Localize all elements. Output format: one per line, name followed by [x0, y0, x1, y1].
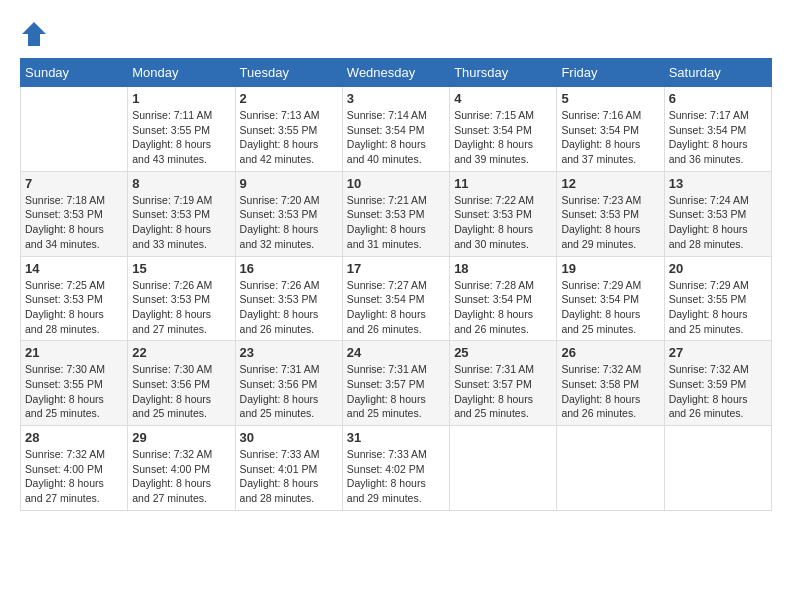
- calendar-cell: 15Sunrise: 7:26 AMSunset: 3:53 PMDayligh…: [128, 256, 235, 341]
- day-number: 29: [132, 430, 230, 445]
- calendar-cell: 31Sunrise: 7:33 AMSunset: 4:02 PMDayligh…: [342, 426, 449, 511]
- day-number: 24: [347, 345, 445, 360]
- day-info: Sunrise: 7:14 AMSunset: 3:54 PMDaylight:…: [347, 108, 445, 167]
- day-number: 8: [132, 176, 230, 191]
- calendar-cell: 30Sunrise: 7:33 AMSunset: 4:01 PMDayligh…: [235, 426, 342, 511]
- calendar-cell: 23Sunrise: 7:31 AMSunset: 3:56 PMDayligh…: [235, 341, 342, 426]
- day-number: 16: [240, 261, 338, 276]
- day-number: 18: [454, 261, 552, 276]
- calendar-cell: 12Sunrise: 7:23 AMSunset: 3:53 PMDayligh…: [557, 171, 664, 256]
- calendar-cell: 16Sunrise: 7:26 AMSunset: 3:53 PMDayligh…: [235, 256, 342, 341]
- day-info: Sunrise: 7:15 AMSunset: 3:54 PMDaylight:…: [454, 108, 552, 167]
- day-info: Sunrise: 7:26 AMSunset: 3:53 PMDaylight:…: [240, 278, 338, 337]
- day-info: Sunrise: 7:32 AMSunset: 3:58 PMDaylight:…: [561, 362, 659, 421]
- day-info: Sunrise: 7:30 AMSunset: 3:55 PMDaylight:…: [25, 362, 123, 421]
- calendar-cell: 24Sunrise: 7:31 AMSunset: 3:57 PMDayligh…: [342, 341, 449, 426]
- day-number: 4: [454, 91, 552, 106]
- calendar-cell: 27Sunrise: 7:32 AMSunset: 3:59 PMDayligh…: [664, 341, 771, 426]
- day-info: Sunrise: 7:20 AMSunset: 3:53 PMDaylight:…: [240, 193, 338, 252]
- logo-icon: [20, 20, 48, 48]
- day-info: Sunrise: 7:19 AMSunset: 3:53 PMDaylight:…: [132, 193, 230, 252]
- calendar-cell: 21Sunrise: 7:30 AMSunset: 3:55 PMDayligh…: [21, 341, 128, 426]
- day-info: Sunrise: 7:27 AMSunset: 3:54 PMDaylight:…: [347, 278, 445, 337]
- day-number: 7: [25, 176, 123, 191]
- day-of-week-header: Tuesday: [235, 59, 342, 87]
- calendar-cell: 22Sunrise: 7:30 AMSunset: 3:56 PMDayligh…: [128, 341, 235, 426]
- day-info: Sunrise: 7:23 AMSunset: 3:53 PMDaylight:…: [561, 193, 659, 252]
- day-info: Sunrise: 7:17 AMSunset: 3:54 PMDaylight:…: [669, 108, 767, 167]
- day-info: Sunrise: 7:33 AMSunset: 4:02 PMDaylight:…: [347, 447, 445, 506]
- day-info: Sunrise: 7:24 AMSunset: 3:53 PMDaylight:…: [669, 193, 767, 252]
- day-info: Sunrise: 7:32 AMSunset: 4:00 PMDaylight:…: [132, 447, 230, 506]
- calendar-cell: 19Sunrise: 7:29 AMSunset: 3:54 PMDayligh…: [557, 256, 664, 341]
- svg-marker-0: [22, 22, 46, 46]
- day-info: Sunrise: 7:29 AMSunset: 3:55 PMDaylight:…: [669, 278, 767, 337]
- calendar-cell: [664, 426, 771, 511]
- calendar-cell: 6Sunrise: 7:17 AMSunset: 3:54 PMDaylight…: [664, 87, 771, 172]
- day-info: Sunrise: 7:32 AMSunset: 3:59 PMDaylight:…: [669, 362, 767, 421]
- day-info: Sunrise: 7:13 AMSunset: 3:55 PMDaylight:…: [240, 108, 338, 167]
- day-of-week-header: Monday: [128, 59, 235, 87]
- day-number: 10: [347, 176, 445, 191]
- calendar-cell: [557, 426, 664, 511]
- calendar-cell: [450, 426, 557, 511]
- day-number: 26: [561, 345, 659, 360]
- day-number: 11: [454, 176, 552, 191]
- calendar-week-row: 28Sunrise: 7:32 AMSunset: 4:00 PMDayligh…: [21, 426, 772, 511]
- day-info: Sunrise: 7:31 AMSunset: 3:57 PMDaylight:…: [454, 362, 552, 421]
- day-info: Sunrise: 7:26 AMSunset: 3:53 PMDaylight:…: [132, 278, 230, 337]
- day-number: 1: [132, 91, 230, 106]
- day-info: Sunrise: 7:22 AMSunset: 3:53 PMDaylight:…: [454, 193, 552, 252]
- calendar-header-row: SundayMondayTuesdayWednesdayThursdayFrid…: [21, 59, 772, 87]
- day-number: 2: [240, 91, 338, 106]
- day-number: 28: [25, 430, 123, 445]
- page-header: [20, 20, 772, 48]
- day-number: 17: [347, 261, 445, 276]
- calendar-cell: 9Sunrise: 7:20 AMSunset: 3:53 PMDaylight…: [235, 171, 342, 256]
- calendar-cell: 1Sunrise: 7:11 AMSunset: 3:55 PMDaylight…: [128, 87, 235, 172]
- day-number: 6: [669, 91, 767, 106]
- day-number: 12: [561, 176, 659, 191]
- calendar-cell: 2Sunrise: 7:13 AMSunset: 3:55 PMDaylight…: [235, 87, 342, 172]
- day-number: 31: [347, 430, 445, 445]
- day-number: 21: [25, 345, 123, 360]
- day-of-week-header: Wednesday: [342, 59, 449, 87]
- calendar-cell: 18Sunrise: 7:28 AMSunset: 3:54 PMDayligh…: [450, 256, 557, 341]
- day-info: Sunrise: 7:18 AMSunset: 3:53 PMDaylight:…: [25, 193, 123, 252]
- day-number: 3: [347, 91, 445, 106]
- day-number: 23: [240, 345, 338, 360]
- day-info: Sunrise: 7:11 AMSunset: 3:55 PMDaylight:…: [132, 108, 230, 167]
- day-number: 20: [669, 261, 767, 276]
- day-info: Sunrise: 7:31 AMSunset: 3:56 PMDaylight:…: [240, 362, 338, 421]
- day-number: 27: [669, 345, 767, 360]
- day-number: 14: [25, 261, 123, 276]
- day-info: Sunrise: 7:16 AMSunset: 3:54 PMDaylight:…: [561, 108, 659, 167]
- calendar-table: SundayMondayTuesdayWednesdayThursdayFrid…: [20, 58, 772, 511]
- day-info: Sunrise: 7:25 AMSunset: 3:53 PMDaylight:…: [25, 278, 123, 337]
- calendar-cell: 11Sunrise: 7:22 AMSunset: 3:53 PMDayligh…: [450, 171, 557, 256]
- day-number: 22: [132, 345, 230, 360]
- calendar-cell: 26Sunrise: 7:32 AMSunset: 3:58 PMDayligh…: [557, 341, 664, 426]
- day-info: Sunrise: 7:21 AMSunset: 3:53 PMDaylight:…: [347, 193, 445, 252]
- day-of-week-header: Saturday: [664, 59, 771, 87]
- calendar-cell: 7Sunrise: 7:18 AMSunset: 3:53 PMDaylight…: [21, 171, 128, 256]
- day-of-week-header: Sunday: [21, 59, 128, 87]
- day-info: Sunrise: 7:32 AMSunset: 4:00 PMDaylight:…: [25, 447, 123, 506]
- day-number: 30: [240, 430, 338, 445]
- logo: [20, 20, 52, 48]
- calendar-week-row: 21Sunrise: 7:30 AMSunset: 3:55 PMDayligh…: [21, 341, 772, 426]
- calendar-week-row: 14Sunrise: 7:25 AMSunset: 3:53 PMDayligh…: [21, 256, 772, 341]
- calendar-cell: 20Sunrise: 7:29 AMSunset: 3:55 PMDayligh…: [664, 256, 771, 341]
- day-info: Sunrise: 7:33 AMSunset: 4:01 PMDaylight:…: [240, 447, 338, 506]
- day-info: Sunrise: 7:30 AMSunset: 3:56 PMDaylight:…: [132, 362, 230, 421]
- day-number: 13: [669, 176, 767, 191]
- calendar-cell: 10Sunrise: 7:21 AMSunset: 3:53 PMDayligh…: [342, 171, 449, 256]
- calendar-cell: 3Sunrise: 7:14 AMSunset: 3:54 PMDaylight…: [342, 87, 449, 172]
- day-number: 25: [454, 345, 552, 360]
- calendar-cell: 14Sunrise: 7:25 AMSunset: 3:53 PMDayligh…: [21, 256, 128, 341]
- calendar-cell: 29Sunrise: 7:32 AMSunset: 4:00 PMDayligh…: [128, 426, 235, 511]
- day-of-week-header: Thursday: [450, 59, 557, 87]
- calendar-cell: [21, 87, 128, 172]
- calendar-cell: 8Sunrise: 7:19 AMSunset: 3:53 PMDaylight…: [128, 171, 235, 256]
- day-info: Sunrise: 7:31 AMSunset: 3:57 PMDaylight:…: [347, 362, 445, 421]
